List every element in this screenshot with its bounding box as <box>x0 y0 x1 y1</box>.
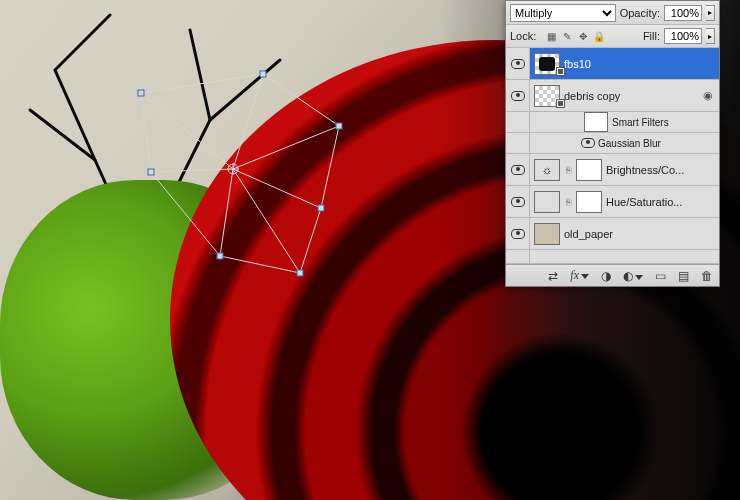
lock-fill-row: Lock: ▦ ✎ ✥ 🔒 Fill: 100% ▸ <box>506 25 719 48</box>
fill-value[interactable]: 100% <box>664 28 702 44</box>
fill-label: Fill: <box>643 30 660 42</box>
new-layer-icon[interactable]: ▤ <box>678 269 689 283</box>
layer-thumbnail[interactable] <box>534 223 560 245</box>
visibility-toggle[interactable] <box>506 154 530 185</box>
layer-hue-saturation[interactable]: ⎘ Hue/Saturatio... <box>506 186 719 218</box>
layer-mask-thumbnail[interactable] <box>576 159 602 181</box>
layer-style-icon[interactable]: fx <box>570 268 589 283</box>
link-icon: ⎘ <box>564 191 572 213</box>
layer-name[interactable]: Hue/Saturatio... <box>606 196 719 208</box>
layer-mask-thumbnail[interactable] <box>576 191 602 213</box>
visibility-spacer <box>506 133 530 153</box>
layers-bottom-bar: ⇄ fx ◑ ◐ ▭ ▤ 🗑 <box>506 264 719 286</box>
smart-filters-label: Smart Filters <box>612 117 719 128</box>
smart-object-icon <box>556 99 565 108</box>
opacity-flyout[interactable]: ▸ <box>706 5 715 21</box>
layer-brightness-contrast[interactable]: ☼ ⎘ Brightness/Co... <box>506 154 719 186</box>
visibility-spacer <box>506 112 530 132</box>
layer-old-paper[interactable]: old_paper <box>506 218 719 250</box>
eye-icon <box>511 91 525 101</box>
layer-name[interactable]: old_paper <box>564 228 719 240</box>
link-layers-icon[interactable]: ⇄ <box>548 269 558 283</box>
layer-mask-icon[interactable]: ◑ <box>601 269 611 283</box>
visibility-toggle[interactable] <box>506 218 530 249</box>
smart-object-icon <box>556 67 565 76</box>
adjustment-icon[interactable] <box>534 191 560 213</box>
filter-name[interactable]: Gaussian Blur <box>598 138 719 149</box>
smart-filters-header[interactable]: Smart Filters <box>506 112 719 133</box>
visibility-toggle[interactable] <box>506 48 530 79</box>
filter-fx-icon[interactable]: ◉ <box>703 89 713 102</box>
eye-icon <box>511 229 525 239</box>
blend-opacity-row: Multiply Opacity: 100% ▸ <box>506 1 719 25</box>
link-icon: ⎘ <box>564 159 572 181</box>
layer-name[interactable]: debris copy <box>564 90 703 102</box>
layer-debris-copy[interactable]: debris copy ◉ <box>506 80 719 112</box>
lock-all-icon[interactable]: 🔒 <box>592 29 606 43</box>
layer-name[interactable]: Brightness/Co... <box>606 164 719 176</box>
blend-mode-select[interactable]: Multiply <box>510 4 616 22</box>
lock-position-icon[interactable]: ✥ <box>576 29 590 43</box>
layer-peek <box>506 250 719 264</box>
layers-panel: Multiply Opacity: 100% ▸ Lock: ▦ ✎ ✥ 🔒 F… <box>505 0 720 287</box>
fill-flyout[interactable]: ▸ <box>706 28 715 44</box>
opacity-label: Opacity: <box>620 7 660 19</box>
lock-pixels-icon[interactable]: ✎ <box>560 29 574 43</box>
eye-icon <box>511 165 525 175</box>
filter-gaussian-blur[interactable]: Gaussian Blur <box>506 133 719 154</box>
lock-transparency-icon[interactable]: ▦ <box>544 29 558 43</box>
eye-icon <box>511 59 525 69</box>
filter-mask-thumbnail[interactable] <box>584 112 608 132</box>
eye-icon[interactable] <box>581 138 595 148</box>
opacity-value[interactable]: 100% <box>664 5 702 21</box>
new-group-icon[interactable]: ▭ <box>655 269 666 283</box>
adjustment-layer-icon[interactable]: ◐ <box>623 269 643 283</box>
visibility-toggle[interactable] <box>506 186 530 217</box>
lock-buttons: ▦ ✎ ✥ 🔒 <box>544 29 606 43</box>
layer-list[interactable]: fbs10 debris copy ◉ Smart Filters Gaussi… <box>506 48 719 264</box>
lock-label: Lock: <box>510 30 536 42</box>
layer-name[interactable]: fbs10 <box>564 58 719 70</box>
delete-layer-icon[interactable]: 🗑 <box>701 269 713 283</box>
visibility-toggle[interactable] <box>506 80 530 111</box>
layer-fbs10[interactable]: fbs10 <box>506 48 719 80</box>
adjustment-icon[interactable]: ☼ <box>534 159 560 181</box>
eye-icon <box>511 197 525 207</box>
